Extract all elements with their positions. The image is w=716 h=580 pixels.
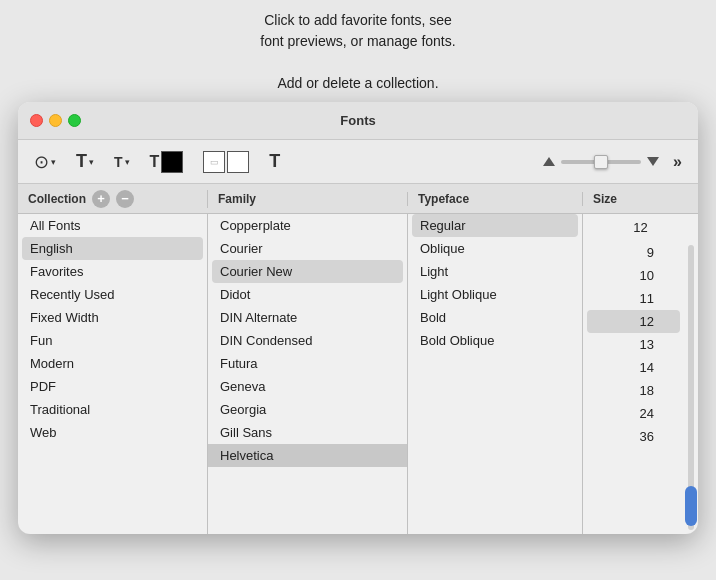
list-item[interactable]: Fixed Width [18,306,207,329]
size-item[interactable]: 9 [583,241,684,264]
family-list[interactable]: CopperplateCourierCourier NewDidotDIN Al… [208,214,408,534]
scroll-thumb[interactable] [685,486,697,526]
columns-body: All FontsEnglishFavoritesRecently UsedFi… [18,214,698,534]
size-values-list[interactable]: 91011121314182436 [583,241,684,534]
more-button[interactable]: » [667,149,688,175]
tooltip-area: Click to add favorite fonts, see font pr… [0,0,716,94]
text-color-button[interactable]: T [144,147,190,177]
size-item[interactable]: 14 [583,356,684,379]
minimize-button[interactable] [49,114,62,127]
fonts-window: Fonts ⊙ ▾ T ▾ T ▾ T ▭ T [18,102,698,534]
actions-button[interactable]: ⊙ ▾ [28,147,62,177]
list-item[interactable]: Web [18,421,207,444]
slider-thumb[interactable] [594,155,608,169]
list-item[interactable]: Copperplate [208,214,407,237]
list-item[interactable]: Traditional [18,398,207,421]
list-item[interactable]: Gill Sans [208,421,407,444]
list-item[interactable]: Regular [412,214,578,237]
list-item[interactable]: Bold [408,306,582,329]
size-item[interactable]: 12 [587,310,680,333]
add-collection-button[interactable]: + [92,190,110,208]
list-item[interactable]: Light [408,260,582,283]
size-slider-area [543,157,659,166]
size-column-header: Size [583,192,698,206]
tooltip-line3: Add or delete a collection. [277,75,438,91]
maximize-button[interactable] [68,114,81,127]
list-item[interactable]: DIN Condensed [208,329,407,352]
tooltip-line2: font previews, or manage fonts. [260,33,455,49]
size-list: 91011121314182436 [583,241,698,534]
list-item[interactable]: Georgia [208,398,407,421]
list-item[interactable]: Bold Oblique [408,329,582,352]
list-item[interactable]: Modern [18,352,207,375]
size-increase-icon [543,157,555,166]
size-item[interactable]: 13 [583,333,684,356]
document-button[interactable]: ▭ [197,147,255,177]
window-title: Fonts [340,113,375,128]
remove-collection-button[interactable]: − [116,190,134,208]
font-size-button[interactable]: T ▾ [108,150,136,174]
scroll-track[interactable] [688,245,694,530]
size-item[interactable]: 18 [583,379,684,402]
list-item[interactable]: Courier [208,237,407,260]
size-item[interactable]: 36 [583,425,684,448]
color-swatch [161,151,183,173]
family-column-header: Family [208,192,408,206]
list-item[interactable]: All Fonts [18,214,207,237]
typeface-header-label: Typeface [418,192,469,206]
text-style-button[interactable]: T ▾ [70,147,100,176]
text-align-button[interactable]: T [263,147,286,176]
tooltip-line1: Click to add favorite fonts, see [264,12,452,28]
size-item[interactable]: 10 [583,264,684,287]
size-slider[interactable] [561,160,641,164]
list-item[interactable]: Didot [208,283,407,306]
close-button[interactable] [30,114,43,127]
collection-header-label: Collection [28,192,86,206]
typeface-list[interactable]: RegularObliqueLightLight ObliqueBoldBold… [408,214,583,534]
list-item[interactable]: Geneva [208,375,407,398]
size-scrollbar [684,241,698,534]
size-column: 12 91011121314182436 [583,214,698,534]
typeface-column-header: Typeface [408,192,583,206]
list-item[interactable]: Futura [208,352,407,375]
list-item[interactable]: PDF [18,375,207,398]
list-item[interactable]: Fun [18,329,207,352]
size-item[interactable]: 24 [583,402,684,425]
list-item[interactable]: DIN Alternate [208,306,407,329]
family-header-label: Family [218,192,256,206]
list-item[interactable]: English [22,237,203,260]
size-current-display[interactable]: 12 [583,214,698,241]
size-header-label: Size [593,192,617,206]
list-item[interactable]: Helvetica [208,444,407,467]
size-item[interactable]: 11 [583,287,684,310]
traffic-lights [30,114,81,127]
page-icon: ▭ [203,151,225,173]
list-item[interactable]: Light Oblique [408,283,582,306]
list-item[interactable]: Courier New [212,260,403,283]
chevron-more-icon: » [673,153,682,171]
collection-column-header: Collection + − [18,190,208,208]
list-item[interactable]: Oblique [408,237,582,260]
page-icon2 [227,151,249,173]
titlebar: Fonts [18,102,698,140]
toolbar: ⊙ ▾ T ▾ T ▾ T ▭ T [18,140,698,184]
size-decrease-icon [647,157,659,166]
list-item[interactable]: Recently Used [18,283,207,306]
collection-list[interactable]: All FontsEnglishFavoritesRecently UsedFi… [18,214,208,534]
columns-header: Collection + − Family Typeface Size [18,184,698,214]
list-item[interactable]: Favorites [18,260,207,283]
